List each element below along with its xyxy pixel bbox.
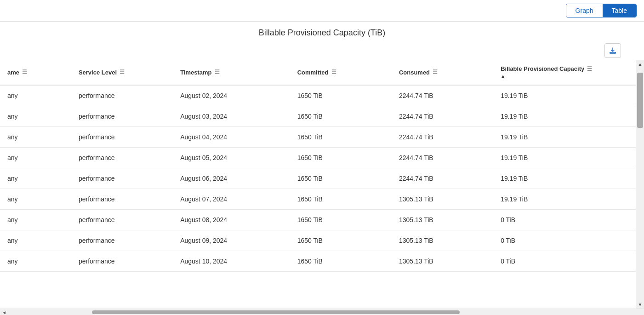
col-consumed-label: Consumed [399, 69, 430, 76]
cell-name: any [0, 230, 71, 251]
col-name-filter-icon[interactable]: ☰ [22, 69, 27, 75]
cell-billable: 0 TiB [493, 251, 636, 272]
col-billable-filter-icon[interactable]: ☰ [587, 66, 592, 72]
col-header-consumed: Consumed ☰ [392, 60, 493, 85]
cell-name: any [0, 85, 71, 106]
cell-name: any [0, 148, 71, 168]
cell-timestamp: August 03, 2024 [173, 106, 290, 127]
col-service-label: Service Level [79, 69, 117, 76]
col-service-filter-icon[interactable]: ☰ [120, 69, 125, 75]
cell-service_level: performance [71, 106, 173, 127]
col-header-committed: Committed ☰ [290, 60, 392, 85]
col-consumed-filter-icon[interactable]: ☰ [433, 69, 438, 75]
scroll-down-arrow[interactable]: ▼ [636, 300, 644, 309]
table-row: anyperformanceAugust 06, 20241650 TiB224… [0, 168, 636, 189]
cell-name: any [0, 189, 71, 210]
cell-service_level: performance [71, 230, 173, 251]
cell-consumed: 1305.13 TiB [392, 230, 493, 251]
cell-service_level: performance [71, 189, 173, 210]
download-icon [609, 47, 616, 54]
page-title-area: Billable Provisioned Capacity (TiB) [0, 22, 644, 41]
cell-committed: 1650 TiB [290, 127, 392, 148]
cell-consumed: 2244.74 TiB [392, 127, 493, 148]
cell-committed: 1650 TiB [290, 148, 392, 168]
col-header-name: ame ☰ [0, 60, 71, 85]
cell-committed: 1650 TiB [290, 85, 392, 106]
cell-service_level: performance [71, 85, 173, 106]
col-committed-filter-icon[interactable]: ☰ [331, 69, 336, 75]
cell-committed: 1650 TiB [290, 106, 392, 127]
horizontal-scrollbar[interactable]: ◄ [0, 309, 644, 315]
cell-timestamp: August 02, 2024 [173, 85, 290, 106]
view-toggle-group: Graph Table [566, 4, 637, 17]
col-header-timestamp: Timestamp ☰ [173, 60, 290, 85]
scroll-up-arrow[interactable]: ▲ [636, 60, 644, 68]
table-row: anyperformanceAugust 07, 20241650 TiB130… [0, 189, 636, 210]
cell-name: any [0, 210, 71, 230]
cell-billable: 19.19 TiB [493, 127, 636, 148]
download-area [0, 41, 644, 60]
cell-consumed: 2244.74 TiB [392, 85, 493, 106]
cell-service_level: performance [71, 127, 173, 148]
table-tab[interactable]: Table [603, 4, 636, 17]
table-body: anyperformanceAugust 02, 20241650 TiB224… [0, 85, 636, 272]
col-timestamp-filter-icon[interactable]: ☰ [215, 69, 220, 75]
cell-name: any [0, 251, 71, 272]
cell-billable: 0 TiB [493, 210, 636, 230]
download-button[interactable] [604, 43, 621, 58]
table-row: anyperformanceAugust 08, 20241650 TiB130… [0, 210, 636, 230]
cell-billable: 19.19 TiB [493, 168, 636, 189]
scroll-left-arrow[interactable]: ◄ [0, 309, 8, 315]
cell-name: any [0, 106, 71, 127]
cell-name: any [0, 127, 71, 148]
header-row: ame ☰ Service Level ☰ Ti [0, 60, 636, 85]
col-header-billable: Billable Provisioned Capacity ☰ [493, 60, 636, 85]
table-inner[interactable]: ame ☰ Service Level ☰ Ti [0, 60, 636, 309]
cell-consumed: 2244.74 TiB [392, 148, 493, 168]
cell-timestamp: August 08, 2024 [173, 210, 290, 230]
graph-tab[interactable]: Graph [566, 4, 603, 17]
table-header: ame ☰ Service Level ☰ Ti [0, 60, 636, 85]
cell-consumed: 1305.13 TiB [392, 210, 493, 230]
cell-service_level: performance [71, 148, 173, 168]
hscroll-thumb[interactable] [92, 310, 460, 314]
table-row: anyperformanceAugust 10, 20241650 TiB130… [0, 251, 636, 272]
toolbar: Graph Table [0, 0, 644, 22]
cell-timestamp: August 07, 2024 [173, 189, 290, 210]
col-billable-label: Billable Provisioned Capacity [501, 65, 584, 72]
col-header-service-level: Service Level ☰ [71, 60, 173, 85]
scroll-track[interactable] [636, 68, 644, 300]
cell-billable: 0 TiB [493, 230, 636, 251]
cell-billable: 19.19 TiB [493, 189, 636, 210]
vertical-scrollbar: ▲ ▼ [636, 60, 644, 309]
col-timestamp-label: Timestamp [180, 69, 211, 76]
cell-billable: 19.19 TiB [493, 85, 636, 106]
cell-timestamp: August 10, 2024 [173, 251, 290, 272]
cell-service_level: performance [71, 210, 173, 230]
page-container: Graph Table Billable Provisioned Capacit… [0, 0, 644, 315]
cell-service_level: performance [71, 251, 173, 272]
col-name-label: ame [7, 69, 19, 76]
cell-billable: 19.19 TiB [493, 148, 636, 168]
cell-consumed: 2244.74 TiB [392, 168, 493, 189]
table-row: anyperformanceAugust 04, 20241650 TiB224… [0, 127, 636, 148]
cell-timestamp: August 04, 2024 [173, 127, 290, 148]
page-title: Billable Provisioned Capacity (TiB) [259, 28, 385, 37]
cell-consumed: 1305.13 TiB [392, 251, 493, 272]
cell-committed: 1650 TiB [290, 168, 392, 189]
cell-timestamp: August 09, 2024 [173, 230, 290, 251]
cell-timestamp: August 06, 2024 [173, 168, 290, 189]
data-table: ame ☰ Service Level ☰ Ti [0, 60, 636, 272]
col-committed-label: Committed [297, 69, 329, 76]
cell-committed: 1650 TiB [290, 251, 392, 272]
cell-committed: 1650 TiB [290, 230, 392, 251]
table-with-scroll: ame ☰ Service Level ☰ Ti [0, 60, 644, 309]
cell-billable: 19.19 TiB [493, 106, 636, 127]
table-row: anyperformanceAugust 05, 20241650 TiB224… [0, 148, 636, 168]
scroll-thumb[interactable] [637, 73, 643, 128]
table-row: anyperformanceAugust 09, 20241650 TiB130… [0, 230, 636, 251]
cell-consumed: 1305.13 TiB [392, 189, 493, 210]
cell-name: any [0, 168, 71, 189]
cell-committed: 1650 TiB [290, 189, 392, 210]
table-row: anyperformanceAugust 03, 20241650 TiB224… [0, 106, 636, 127]
